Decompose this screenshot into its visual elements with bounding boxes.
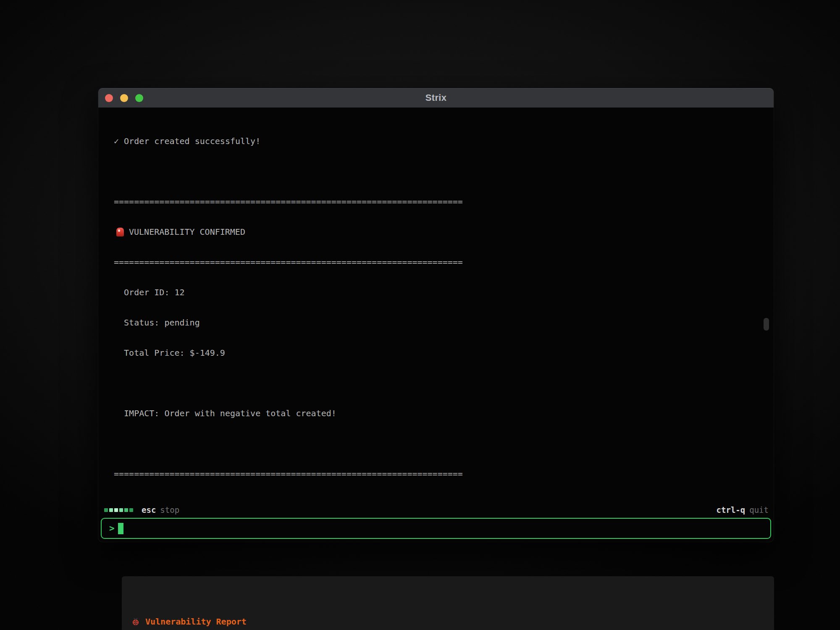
order-status-line: Status: pending <box>114 318 774 328</box>
minimize-window-button[interactable] <box>120 94 128 102</box>
quit-action-label: quit <box>749 505 769 514</box>
status-right: ctrl-q quit <box>717 505 769 514</box>
report-title: Vulnerability Report <box>145 617 247 627</box>
strix-terminal-window: Strix ✓ Order created successfully! ====… <box>98 88 774 542</box>
order-created-message: ✓ Order created successfully! <box>114 136 774 146</box>
command-input[interactable]: > <box>101 518 771 539</box>
blank-line <box>114 438 774 449</box>
terminal-output: ✓ Order created successfully! ==========… <box>98 108 774 630</box>
divider-line: ========================================… <box>114 469 774 479</box>
blank-line <box>114 166 774 176</box>
prompt-symbol: > <box>109 523 115 533</box>
ctrl-q-key-hint[interactable]: ctrl-q <box>717 505 746 514</box>
stop-action-label: stop <box>160 505 179 514</box>
impact-line: IMPACT: Order with negative total create… <box>114 408 774 418</box>
vulnerability-confirmed-heading: VULNERABILITY CONFIRMED <box>114 227 774 237</box>
text-cursor <box>118 523 123 534</box>
divider-line: ========================================… <box>114 257 774 267</box>
divider-line: ========================================… <box>114 197 774 207</box>
vulnerability-report-panel: Vulnerability Report Title:Negative Quan… <box>122 576 774 630</box>
window-title: Strix <box>425 92 446 103</box>
order-id-line: Order ID: 12 <box>114 287 774 297</box>
esc-key-hint[interactable]: esc <box>142 505 156 514</box>
fullscreen-window-button[interactable] <box>135 94 143 102</box>
siren-icon <box>116 228 124 236</box>
status-bar: esc stop ctrl-q quit <box>98 504 774 515</box>
activity-spinner <box>104 508 133 512</box>
status-left: esc stop <box>104 505 179 514</box>
scrollbar-thumb[interactable] <box>764 318 769 331</box>
total-price-line: Total Price: $-149.9 <box>114 348 774 358</box>
window-titlebar[interactable]: Strix <box>98 88 774 108</box>
window-controls <box>105 88 143 108</box>
vulnerability-confirmed-label: VULNERABILITY CONFIRMED <box>129 227 245 237</box>
blank-line <box>114 378 774 388</box>
report-header: Vulnerability Report <box>131 617 774 627</box>
close-window-button[interactable] <box>105 94 113 102</box>
bug-icon <box>131 617 140 626</box>
desktop-background: Strix ✓ Order created successfully! ====… <box>0 0 840 630</box>
